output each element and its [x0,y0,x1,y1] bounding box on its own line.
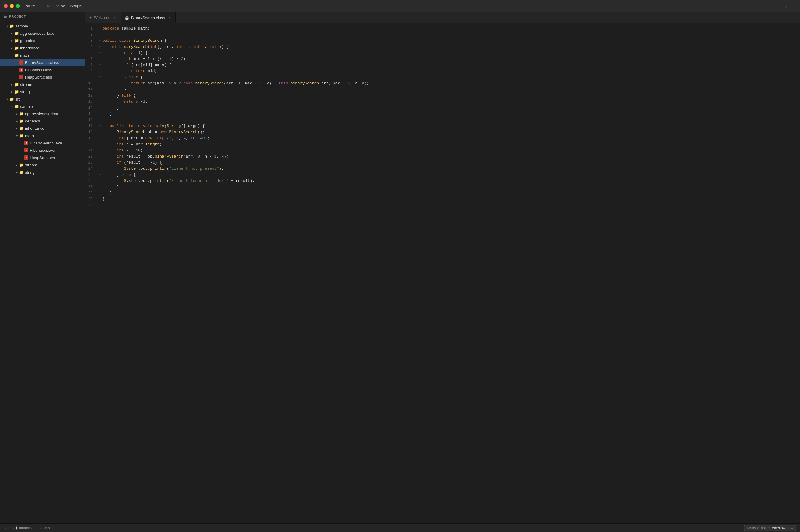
sidebar-item-binarysearch-class[interactable]: c BinarySearch.class [0,59,85,66]
tab-binarysearch-class[interactable]: ☕ BinarySearch.class × [121,12,175,23]
arrow-icon [10,104,14,109]
line-content: } [103,105,800,111]
line-content: } [103,87,800,93]
code-line: 8 return mid; [86,68,800,74]
menu-scripts[interactable]: Scripts [70,4,82,8]
sidebar-item-inheritance[interactable]: 📁 inheritance [0,44,85,52]
code-line: 3▾public class BinarySearch { [86,38,800,44]
arrow-icon [10,38,14,43]
arrow-icon [15,170,19,174]
fold-icon[interactable]: ▾ [97,62,103,68]
line-number: 20 [86,141,97,148]
sidebar-tree: 📁 sample 📁 aggressiveoverload 📁 generics… [0,21,85,524]
line-number: 17 [86,123,97,129]
sidebar-item-src-sample[interactable]: 📁 sample [0,103,85,110]
arrow-icon [15,112,19,116]
fold-icon[interactable]: ▾ [97,38,103,44]
line-number: 27 [86,184,97,190]
line-content: public static void main(String[] args) { [103,123,800,129]
fold-icon[interactable]: ▾ [97,74,103,80]
folder-icon: 📁 [14,38,19,43]
maximize-button[interactable] [16,4,20,8]
sidebar-item-string[interactable]: 📁 string [0,88,85,95]
line-number: 30 [86,202,97,208]
arrow-icon [15,163,19,167]
class-icon: c [19,75,24,79]
tab-binarysearch-close[interactable]: × [167,15,172,20]
line-content: if (r >= l) { [103,50,800,56]
line-content: return arr[mid] > x ? this.binarySearch(… [103,80,800,87]
line-number: 18 [86,129,97,135]
sidebar-item-src-inheritance[interactable]: 📁 inheritance [0,125,85,132]
line-content: } [103,196,800,202]
sidebar-item-aggressiveoverload[interactable]: 📁 aggressiveoverload [0,30,85,37]
code-line: 7▾ if (arr[mid] == x) { [86,62,800,68]
code-line: 1package sample.math; [86,25,800,32]
tab-welcome-label: Welcome [94,15,110,20]
line-number: 25 [86,172,97,178]
fold-icon[interactable]: ▾ [97,44,103,50]
folder-icon: 📁 [14,31,19,36]
arrow-icon [10,90,14,94]
tab-binarysearch-label: BinarySearch.class [131,16,165,20]
fold-icon[interactable]: ▾ [97,93,103,99]
disassembler-selector[interactable]: Disassembler: Vineflower ⌄ [744,525,796,531]
sidebar-item-heapsort-class[interactable]: c HeapSort.class [0,73,85,81]
menu-file[interactable]: File [44,4,51,8]
folder-icon: 📁 [14,45,19,50]
sidebar-item-src-aggressiveoverload[interactable]: 📁 aggressiveoverload [0,110,85,117]
sidebar-item-binarysearch-java[interactable]: J BinarySearch.java [0,139,85,147]
line-content: } [103,111,800,117]
minimize-button[interactable] [10,4,14,8]
line-number: 3 [86,38,97,44]
code-editor[interactable]: 1package sample.math;23▾public class Bin… [86,23,800,524]
line-content: System.out.println("Element found at ind… [103,178,800,184]
code-line: 28 } [86,190,800,196]
traffic-lights [4,4,20,8]
fold-icon[interactable]: ▾ [97,123,103,129]
folder-icon: 📁 [9,97,14,101]
sidebar-item-src-string[interactable]: 📁 string [0,169,85,176]
close-button[interactable] [4,4,7,8]
disassembler-label: Disassembler: [747,526,770,530]
line-number: 8 [86,68,97,74]
sidebar-item-generics[interactable]: 📁 generics [0,37,85,44]
line-number: 1 [86,25,97,32]
sidebar-item-src-generics[interactable]: 📁 generics [0,117,85,125]
sidebar-item-math[interactable]: 📁 math [0,52,85,59]
editor-area: ✦ Welcome × ☕ BinarySearch.class × 1pack… [86,12,800,524]
more-icon[interactable]: ⋮ [792,3,796,9]
line-content: } else { [103,172,800,178]
tab-welcome-close[interactable]: × [112,15,117,20]
sidebar-item-fibonacci-class[interactable]: c Fibonacci.class [0,66,85,73]
breadcrumb-sample: sample [4,526,16,530]
fold-icon[interactable]: ▾ [97,50,103,56]
line-content: int[] arr = new int[]{2, 3, 4, 10, 40}; [103,135,800,141]
line-number: 21 [86,148,97,154]
folder-icon: 📁 [19,170,24,175]
line-content: } else { [103,93,800,99]
dropdown-icon[interactable]: ⌄ [784,3,788,9]
code-line: 19 int[] arr = new int[]{2, 3, 4, 10, 40… [86,135,800,141]
tab-welcome[interactable]: ✦ Welcome × [86,12,121,23]
line-content: return mid; [103,68,800,74]
sidebar-item-heapsort-java[interactable]: J HeapSort.java [0,154,85,161]
line-content: int x = 10; [103,148,800,154]
sidebar-item-sample[interactable]: 📁 sample [0,22,85,30]
line-number: 13 [86,99,97,105]
sidebar-item-src-math[interactable]: 📁 math [0,132,85,139]
fold-icon[interactable]: ▾ [97,172,103,178]
class-icon: c [19,60,24,65]
breadcrumb: sample / math / c BinarySearch.class [4,526,37,531]
sidebar-item-stream[interactable]: 📁 stream [0,81,85,88]
menu-view[interactable]: View [56,4,64,8]
sidebar-item-src-stream[interactable]: 📁 stream [0,161,85,169]
line-content: } else { [103,74,800,80]
menu-bar: File View Scripts [44,4,82,8]
sidebar-item-src[interactable]: 📁 src [0,95,85,103]
arrow-icon [15,126,19,130]
line-number: 7 [86,62,97,68]
java-icon: J [24,140,29,145]
fold-icon[interactable]: ▾ [97,160,103,166]
sidebar-item-fibonacci-java[interactable]: J Fibonacci.java [0,147,85,154]
